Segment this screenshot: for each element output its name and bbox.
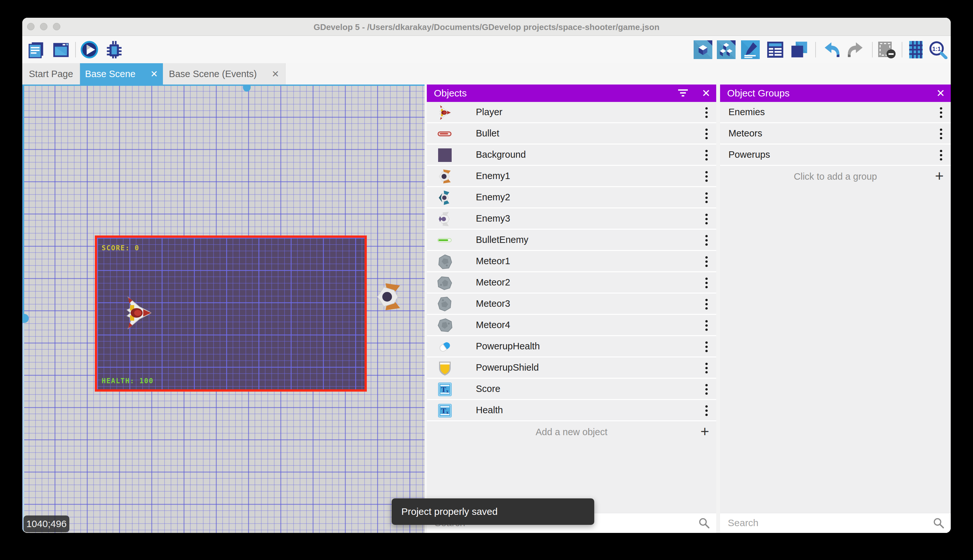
object-menu-icon[interactable] [705,213,708,225]
objects-list: Player Bullet Background [427,102,716,443]
object-menu-icon[interactable] [705,149,708,161]
object-row-enemy1[interactable]: Enemy1 [427,166,716,187]
object-menu-icon[interactable] [705,298,708,310]
debug-icon[interactable] [105,40,123,59]
object-row-meteor1[interactable]: Meteor1 [427,251,716,272]
object-menu-icon[interactable] [705,383,708,395]
toolbar-separator [75,42,76,57]
object-menu-icon[interactable] [705,277,708,289]
group-row-enemies[interactable]: Enemies [720,102,951,123]
gdevelop-window: GDevelop 5 - /Users/dkarakay/Documents/G… [22,18,951,533]
object-row-bulletenemy[interactable]: BulletEnemy [427,230,716,251]
render-mask-icon[interactable] [877,40,897,59]
tab-start-page[interactable]: Start Page [22,63,80,85]
undo-icon[interactable] [822,40,841,59]
object-row-meteor2[interactable]: Meteor2 [427,272,716,293]
enemy2-thumbnail-icon [437,190,453,205]
objects-panel: Objects ✕ Player [427,85,716,533]
meteor4-thumbnail-icon [437,318,453,333]
project-manager-icon[interactable] [27,40,45,59]
add-group-button[interactable]: Click to add a group + [720,166,951,187]
object-menu-icon[interactable] [705,320,708,331]
properties-pencil-icon[interactable] [741,40,760,59]
object-row-poweruphealth[interactable]: PowerupHealth [427,336,716,357]
instances-list-icon[interactable] [766,40,785,59]
panel-divider[interactable] [716,85,720,533]
score-text-instance[interactable]: SCORE: 0 [102,244,139,252]
health-text-instance[interactable]: HEALTH: 100 [102,377,153,385]
groups-list: Enemies Meteors Powerups Click to add a … [720,102,951,187]
filter-icon[interactable] [678,88,688,98]
zoom-original-icon[interactable]: 1:1 [928,40,949,59]
svg-text:1:1: 1:1 [932,45,941,52]
objects-panel-title: Objects [434,88,467,99]
object-menu-icon[interactable] [705,128,708,140]
close-tab-icon[interactable]: ✕ [272,69,279,79]
plus-icon: + [935,166,944,187]
vertical-scrollbar[interactable] [23,85,24,316]
layers-icon[interactable] [790,40,808,59]
search-icon [698,517,710,529]
redo-icon[interactable] [846,40,865,59]
screen: GDevelop 5 - /Users/dkarakay/Documents/G… [0,0,973,560]
vertical-scrollbar-thumb[interactable] [22,314,29,323]
object-menu-icon[interactable] [705,362,708,374]
close-panel-icon[interactable]: ✕ [702,87,710,99]
object-row-enemy3[interactable]: Enemy3 [427,208,716,230]
health-pill-thumbnail-icon [437,339,453,355]
object-menu-icon[interactable] [705,341,708,353]
group-row-powerups[interactable]: Powerups [720,145,951,166]
object-menu-icon[interactable] [705,405,708,417]
horizontal-scrollbar-thumb[interactable] [243,85,251,92]
object-groups-panel-title: Object Groups [727,88,790,99]
horizontal-scrollbar[interactable] [22,85,425,86]
group-menu-icon[interactable] [939,149,943,161]
tab-base-scene-events[interactable]: Base Scene (Events) ✕ [163,63,285,85]
scene-editor-canvas[interactable]: SCORE: 0 HEALTH: 100 1040;496 [22,85,425,533]
play-preview-icon[interactable] [80,40,99,59]
object-menu-icon[interactable] [705,171,708,182]
text-object-thumbnail-icon [437,403,453,418]
object-menu-icon[interactable] [705,256,708,267]
tab-label: Base Scene (Events) [169,69,257,79]
object-row-bullet[interactable]: Bullet [427,123,716,145]
groups-search-input[interactable] [728,513,890,533]
group-row-meteors[interactable]: Meteors [720,123,951,145]
close-panel-icon[interactable]: ✕ [936,87,945,99]
enemy1-thumbnail-icon [437,169,453,184]
cursor-coordinates-badge: 1040;496 [23,515,69,532]
bullet-thumbnail-icon [437,126,453,142]
object-groups-panel: Object Groups ✕ Enemies Meteors Powerups… [720,85,951,533]
object-menu-icon[interactable] [705,235,708,246]
grid-icon[interactable] [906,40,925,59]
add-object-button[interactable]: Add a new object + [427,421,716,443]
enemy-ship-instance[interactable] [376,280,402,313]
object-row-player[interactable]: Player [427,102,716,123]
object-row-health[interactable]: Health [427,400,716,421]
object-row-meteor4[interactable]: Meteor4 [427,315,716,336]
object-groups-editor-icon[interactable] [717,40,736,59]
scene-preview-window-icon[interactable] [52,40,70,59]
object-row-score[interactable]: Score [427,379,716,400]
close-tab-icon[interactable]: ✕ [150,69,158,79]
object-row-background[interactable]: Background [427,145,716,166]
bulletenemy-thumbnail-icon [437,233,453,248]
plus-icon: + [700,421,709,443]
text-object-thumbnail-icon [437,382,453,397]
toolbar-separator [815,42,816,57]
group-menu-icon[interactable] [939,128,943,140]
window-title: GDevelop 5 - /Users/dkarakay/Documents/G… [22,18,951,36]
object-menu-icon[interactable] [705,107,708,118]
vertical-scrollbar-track[interactable] [23,323,24,533]
object-row-powerupshield[interactable]: PowerupShield [427,357,716,379]
tab-base-scene[interactable]: Base Scene ✕ [80,63,163,85]
object-row-meteor3[interactable]: Meteor3 [427,293,716,315]
meteor3-thumbnail-icon [437,297,453,312]
save-toast: Project properly saved [392,498,594,525]
objects-editor-icon[interactable] [694,40,712,59]
player-ship-instance[interactable] [125,296,152,330]
object-row-enemy2[interactable]: Enemy2 [427,187,716,208]
group-menu-icon[interactable] [939,107,943,118]
object-menu-icon[interactable] [705,192,708,203]
tab-label: Start Page [29,69,73,79]
